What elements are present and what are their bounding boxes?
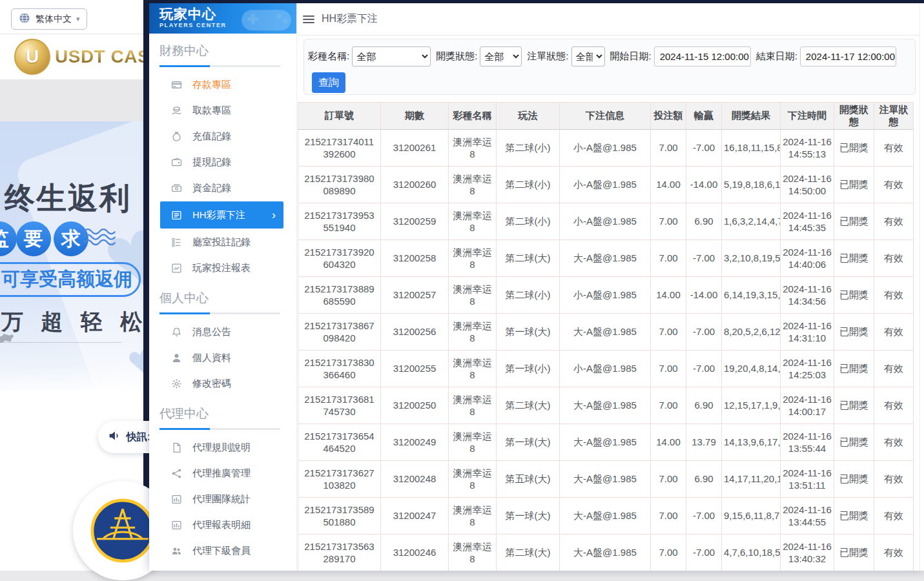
cell-win-loss: -7.00 — [686, 240, 722, 277]
cell-lottery-name: 澳洲幸运8 — [449, 167, 497, 203]
order-status-select[interactable]: 全部 — [571, 46, 605, 66]
cell-draw-result: 8,20,5,2,6,12,16,19 — [722, 314, 781, 351]
cell-win-loss: -7.00 — [686, 314, 722, 351]
site-logo[interactable]: U USDT CASINO — [0, 34, 143, 79]
cell-draw-result: 16,18,11,15,8,1,17,12 — [722, 130, 781, 167]
end-date-input[interactable] — [800, 46, 896, 66]
sidebar-item-deposit-zone[interactable]: 存款專區 — [149, 72, 296, 97]
cell-bet-info: 小-A盤@1.985 — [560, 167, 651, 203]
sidebar-item-announcements[interactable]: 消息公告 — [149, 319, 296, 345]
cell-order-status: 有效 — [874, 387, 914, 424]
sidebar-item-label: 修改密碼 — [192, 378, 231, 390]
scrollbar[interactable] — [919, 3, 924, 571]
sidebar-item-label: 代理下級會員 — [192, 545, 251, 557]
page-divider-strip — [0, 79, 143, 121]
table-row: 215217317362710382031200248澳洲幸运8第五球(大)大-… — [298, 461, 914, 498]
document-icon — [171, 442, 182, 453]
sidebar-item-label: 提現記錄 — [192, 156, 231, 168]
banner-pill-text: 可享受高额返佣 — [1, 267, 132, 292]
sidebar-item-list: 代理規則說明代理推廣管理代理團隊統計代理報表明細代理下級會員會員投註明細 — [149, 434, 296, 571]
cell-period: 31200247 — [381, 498, 449, 535]
cell-bet-amount: 7.00 — [651, 535, 686, 571]
sidebar-item-profile[interactable]: 個人資料 — [149, 345, 296, 371]
chart-icon — [171, 263, 182, 274]
sidebar-item-withdraw-zone[interactable]: 取款專區 — [149, 97, 296, 123]
gear-icon — [171, 378, 182, 389]
start-date-input[interactable] — [654, 46, 751, 66]
content-title-bar: HH彩票下注 — [297, 3, 924, 36]
chevron-right-icon: › — [272, 209, 283, 221]
cell-bet-time: 2024-11-16 14:25:03 — [781, 351, 834, 387]
cell-order-id: 2152173173627103820 — [298, 461, 381, 498]
bell-icon — [171, 327, 182, 338]
cell-draw-result: 9,15,6,11,8,7,18,12 — [722, 498, 781, 535]
banner-pill: 可享受高额返佣 — [0, 262, 141, 297]
share-icon — [171, 468, 182, 479]
sidebar-item-agent-rules[interactable]: 代理規則說明 — [149, 434, 296, 460]
cell-period: 31200260 — [381, 167, 449, 203]
sidebar-item-label: 玩家投注報表 — [192, 262, 251, 274]
sidebar-item-funds-records[interactable]: 資金記錄 — [149, 175, 296, 201]
cell-win-loss: -14.00 — [686, 167, 722, 203]
cell-bet-info: 大-A盤@1.985 — [560, 240, 651, 277]
cell-bet-amount: 7.00 — [651, 387, 686, 424]
table-row: 215217317398008989031200260澳洲幸运8第二球(小)小-… — [298, 167, 914, 203]
lottery-name-select[interactable]: 全部 — [352, 46, 431, 66]
cell-lottery-name: 澳洲幸运8 — [449, 314, 497, 351]
cell-order-id: 2152173174011392600 — [298, 130, 381, 167]
cell-bet-time: 2024-11-16 13:55:44 — [781, 424, 834, 461]
sidebar-item-recharge-records[interactable]: 充值記錄 — [149, 123, 296, 149]
column-header-period: 期數 — [381, 103, 449, 130]
cell-order-id: 2152173173953551940 — [298, 203, 381, 240]
sidebar-item-agent-sub-members[interactable]: 代理下級會員 — [149, 538, 296, 564]
cell-play-type: 第一球(小) — [497, 351, 560, 387]
language-selector[interactable]: 繁体中文 ▾ — [11, 8, 87, 30]
cell-draw-result: 6,14,19,3,15,9,11,13 — [722, 277, 781, 314]
sidebar-item-change-password[interactable]: 修改密碼 — [149, 371, 296, 396]
cell-order-id: 2152173173654464520 — [298, 424, 381, 461]
sidebar-item-label: 代理規則說明 — [192, 442, 251, 454]
section-underline — [159, 65, 280, 67]
language-label: 繁体中文 — [36, 14, 72, 25]
cell-bet-amount: 7.00 — [651, 314, 686, 351]
cell-lottery-name: 澳洲幸运8 — [449, 130, 497, 167]
sidebar-item-player-bet-report[interactable]: 玩家投注報表 — [149, 255, 296, 281]
sidebar-item-hh-lottery-bets[interactable]: HH彩票下注› — [160, 201, 283, 229]
cell-play-type: 第二球(小) — [497, 203, 560, 240]
sidebar-item-label: 廳室投註記錄 — [192, 236, 251, 249]
sidebar-item-agent-team-stats[interactable]: 代理團隊統計 — [149, 486, 296, 512]
sidebar-section-heading: 個人中心 — [159, 290, 286, 307]
cell-draw-result: 12,15,17,1,9,7,8,11 — [722, 387, 781, 424]
table-row: 215217317388968559031200257澳洲幸运8第二球(小)小-… — [298, 277, 914, 314]
table-row: 215217317365446452031200249澳洲幸运8第一球(大)大-… — [298, 424, 914, 461]
table-row: 215217317358950188031200247澳洲幸运8第一球(大)大-… — [298, 498, 914, 535]
cell-order-status: 有效 — [874, 498, 914, 535]
column-header-win-loss: 輸贏 — [686, 103, 722, 130]
sidebar-item-label: 資金記錄 — [192, 182, 231, 194]
banner-title: 终生返利 — [5, 178, 131, 219]
section-underline — [159, 428, 280, 430]
draw-status-select[interactable]: 全部 — [480, 46, 522, 66]
coin-logo-icon: U — [14, 39, 50, 75]
cell-bet-info: 小-A盤@1.985 — [560, 351, 651, 387]
search-button[interactable]: 查詢 — [312, 72, 345, 93]
cell-win-loss: 6.90 — [686, 461, 722, 498]
sidebar-item-agent-report-details[interactable]: 代理報表明細 — [149, 512, 296, 538]
menu-toggle-icon[interactable] — [303, 13, 314, 26]
money-bag-icon — [171, 131, 182, 142]
stats-icon — [171, 520, 182, 531]
order-status-label: 注單狀態: — [527, 50, 568, 63]
sidebar-item-member-bet-details[interactable]: 會員投註明細 — [149, 564, 296, 571]
sidebar-item-agent-promotion[interactable]: 代理推廣管理 — [149, 460, 296, 486]
cell-win-loss: 6.90 — [686, 387, 722, 424]
sidebar-item-room-bet-records[interactable]: 廳室投註記錄 — [149, 229, 296, 255]
cell-bet-amount: 7.00 — [651, 203, 686, 240]
sidebar-item-withdrawal-records[interactable]: 提現記錄 — [149, 149, 296, 175]
cell-win-loss: -7.00 — [686, 535, 722, 571]
cell-lottery-name: 澳洲幸运8 — [449, 277, 497, 314]
sidebar-item-label: 消息公告 — [192, 326, 231, 338]
cell-bet-amount: 7.00 — [651, 130, 686, 167]
sidebar-item-label: 代理報表明細 — [192, 519, 251, 531]
cell-draw-status: 已開獎 — [834, 461, 874, 498]
column-header-bet-time: 下注時間 — [781, 103, 834, 130]
